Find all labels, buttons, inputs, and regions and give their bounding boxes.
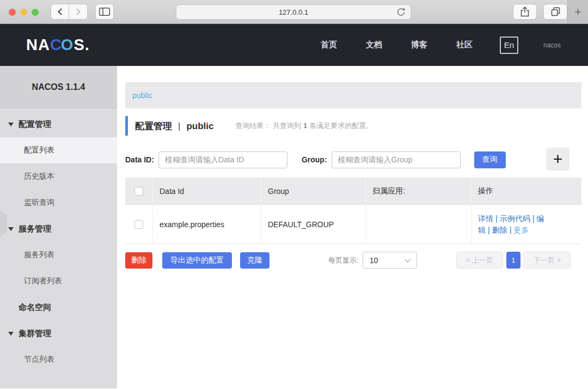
action-separator: | [495, 214, 498, 223]
cell-actions: 详情|示例代码|编辑|删除|更多 [471, 205, 581, 244]
action-delete-link[interactable]: 删除 [492, 226, 507, 234]
table-footer: 删除 导出选中的配置 克隆 每页显示: 10 < 上一页 1 下一页 > [125, 252, 581, 269]
sidebar-item-label: 节点列表 [24, 355, 54, 364]
sidebar-item-label: 服务管理 [19, 224, 51, 234]
nav-item-home[interactable]: 首页 [321, 40, 337, 50]
sidebar-item-config-management[interactable]: 配置管理 [0, 111, 117, 137]
sidebar-item-service-list[interactable]: 服务列表 [0, 242, 117, 268]
address-bar[interactable]: 127.0.0.1 [176, 4, 411, 20]
sidebar-item-node-list[interactable]: 节点列表 [0, 347, 117, 373]
sidebar-item-label: 监听查询 [24, 198, 54, 208]
chevron-left-icon [58, 8, 65, 15]
page-size-select[interactable]: 10 [363, 252, 417, 269]
tab-overview-button[interactable] [543, 4, 567, 20]
sidebar-item-label: 服务列表 [24, 250, 54, 260]
namespace-tab-public[interactable]: public [132, 91, 152, 100]
dataid-input[interactable] [158, 151, 287, 168]
navbar-menu: 首页 文档 博客 社区 [321, 40, 473, 50]
column-app: 归属应用: [366, 178, 471, 204]
search-row: Data ID: Group: 查询 + [125, 148, 581, 172]
url-text: 127.0.0.1 [279, 8, 308, 16]
row-actions: 详情|示例代码|编辑|删除|更多 [478, 213, 555, 236]
plus-icon: + [574, 5, 581, 19]
table-header: Data Id Group 归属应用: 操作 [125, 178, 581, 205]
sidebar-toggle-button[interactable] [95, 4, 114, 20]
triangle-down-icon [8, 227, 14, 231]
sidebar-item-listening-query[interactable]: 监听查询 [0, 190, 117, 216]
zoom-window-button[interactable] [32, 9, 39, 16]
sidebar-menu: 配置管理 配置列表 历史版本 监听查询 服务管理 服务列表 订阅者列表 命 [0, 108, 117, 373]
cell-group: DEFAULT_GROUP [261, 205, 366, 244]
window-controls [9, 9, 39, 16]
logo-text-s: S. [74, 36, 89, 53]
new-tab-button[interactable]: + [567, 0, 588, 23]
nav-item-blog[interactable]: 博客 [411, 40, 427, 50]
browser-chrome: 127.0.0.1 + [0, 0, 588, 24]
export-selected-button[interactable]: 导出选中的配置 [162, 252, 232, 269]
dataid-label: Data ID: [125, 155, 154, 164]
logo-text-c: C [50, 36, 62, 53]
app-navbar: NACOS. 首页 文档 博客 社区 En nacos [0, 24, 588, 66]
action-more-link[interactable]: 更多 [513, 226, 529, 234]
account-label[interactable]: nacos [543, 41, 561, 49]
sidebar-item-label: 集群管理 [19, 329, 51, 339]
pagination: < 上一页 1 下一页 > [456, 252, 571, 269]
nav-item-community[interactable]: 社区 [456, 40, 473, 50]
column-group: Group [261, 178, 366, 204]
sidebar-item-label: 命名空间 [19, 302, 51, 313]
page-number-1[interactable]: 1 [506, 252, 520, 269]
table-row: example.properties DEFAULT_GROUP 详情|示例代码… [125, 205, 581, 244]
logo-text-na: NA [26, 36, 50, 53]
namespace-tab-bar: public [125, 82, 581, 108]
sidebar-item-namespace[interactable]: 命名空间 [0, 294, 117, 320]
page-title-text: 配置管理 [135, 121, 172, 131]
title-separator: | [178, 121, 180, 131]
sidebar-item-service-management[interactable]: 服务管理 [0, 216, 117, 242]
sidebar-item-cluster-management[interactable]: 集群管理 [0, 320, 117, 347]
triangle-down-icon [8, 123, 14, 126]
next-page-button[interactable]: 下一页 > [524, 252, 571, 269]
version-label: NACOS 1.1.4 [0, 66, 117, 108]
action-separator: | [510, 226, 512, 234]
clone-button[interactable]: 克隆 [240, 252, 270, 269]
title-row: 配置管理|public 查询结果： 共查询到1条满足要求的配置。 [125, 116, 581, 136]
action-separator: | [488, 226, 490, 234]
share-icon [520, 7, 529, 17]
main-content: public 配置管理|public 查询结果： 共查询到1条满足要求的配置。 … [117, 66, 588, 388]
select-all-checkbox[interactable] [134, 187, 143, 196]
result-prefix: 查询结果： 共查询到 [235, 121, 301, 130]
tabs-icon [551, 7, 560, 16]
sidebar-collapse-handle[interactable] [0, 211, 7, 236]
nav-item-docs[interactable]: 文档 [366, 40, 382, 50]
minimize-window-button[interactable] [20, 9, 27, 16]
close-window-button[interactable] [9, 9, 16, 16]
chevron-down-icon [405, 256, 411, 262]
result-summary: 查询结果： 共查询到1条满足要求的配置。 [235, 121, 373, 131]
forward-button[interactable] [69, 4, 88, 20]
sidebar-item-config-list[interactable]: 配置列表 [0, 137, 117, 163]
sidebar-item-history-versions[interactable]: 历史版本 [0, 163, 117, 190]
share-button[interactable] [513, 4, 537, 20]
action-sample-code-link[interactable]: 示例代码 [500, 214, 530, 223]
sidebar-item-label: 配置管理 [19, 119, 51, 130]
logo-text-o: O [61, 36, 74, 53]
action-separator: | [532, 214, 535, 223]
sidebar: NACOS 1.1.4 配置管理 配置列表 历史版本 监听查询 服务管理 服务列… [0, 66, 117, 388]
reload-icon[interactable] [396, 7, 406, 17]
action-detail-link[interactable]: 详情 [478, 214, 493, 223]
nacos-logo[interactable]: NACOS. [26, 36, 90, 54]
delete-button[interactable]: 删除 [125, 252, 152, 269]
page-size-label: 每页显示: [328, 256, 359, 265]
add-config-button[interactable]: + [546, 148, 569, 171]
query-button[interactable]: 查询 [474, 151, 506, 168]
row-checkbox[interactable] [134, 220, 143, 229]
group-input[interactable] [332, 151, 461, 168]
sidebar-item-label: 订阅者列表 [24, 276, 62, 286]
config-table: Data Id Group 归属应用: 操作 example.propertie… [125, 178, 581, 244]
back-button[interactable] [51, 4, 69, 20]
sidebar-item-label: 历史版本 [24, 172, 54, 181]
language-toggle-button[interactable]: En [500, 37, 518, 54]
prev-page-button[interactable]: < 上一页 [456, 252, 503, 269]
group-label: Group: [302, 155, 327, 164]
sidebar-item-subscriber-list[interactable]: 订阅者列表 [0, 268, 117, 294]
